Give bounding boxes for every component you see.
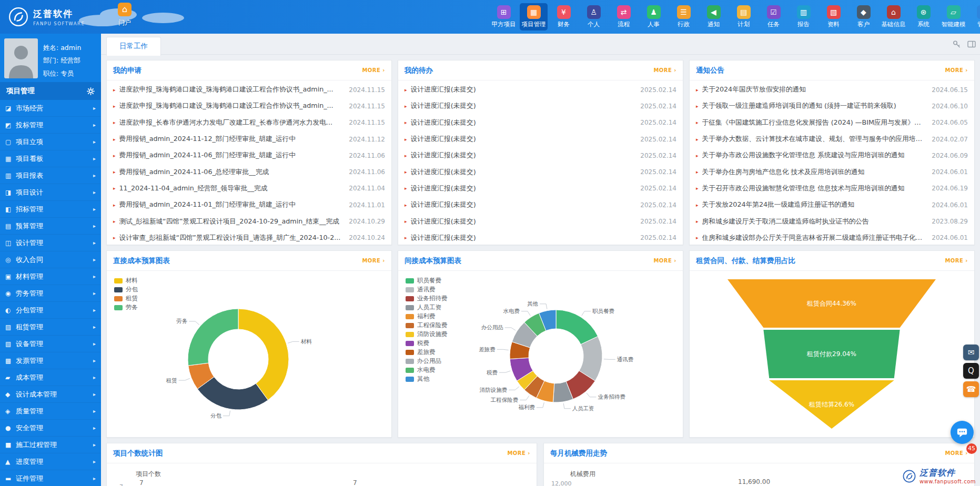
more-link[interactable]: MORE › [945,67,968,73]
sidebar-item-income-contract[interactable]: ◎收入合同▸ [0,251,101,268]
list-item[interactable]: ▸设计进度汇报(未提交)2025.02.14 [405,147,676,164]
list-item[interactable]: ▸关于举办住房与房地产信息化 技术及应用培训班的通知2024.06.01 [696,164,968,180]
sidebar-item-quality[interactable]: ◈质量管理▸ [0,403,101,420]
list-item[interactable]: ▸设计进度汇报(未提交)2025.02.14 [405,197,676,213]
sidebar-item-progress[interactable]: ▲进度管理▸ [0,453,101,470]
sidebar-item-safety[interactable]: ●安全管理▸ [0,420,101,437]
more-link[interactable]: MORE › [945,258,968,264]
topnav-plan-calendar[interactable]: ▤计划 [730,3,757,31]
sidebar-item-project-board[interactable]: ▦项目看板▸ [0,150,101,167]
sidebar-item-construction-process[interactable]: ■施工过程管理▸ [0,437,101,453]
legend-item[interactable]: 职员餐费 [406,276,448,285]
sidebar-item-lease[interactable]: ▨租赁管理▸ [0,319,101,336]
list-item[interactable]: ▸设计进度汇报(未提交)2025.02.14 [405,131,676,147]
topnav-finance[interactable]: ¥财务 [550,3,578,31]
topnav-hr[interactable]: ♟人事 [640,3,668,31]
gear-icon[interactable] [87,87,95,95]
list-item[interactable]: ▸测试_彭祖新城“四馆”景观工程设计项目_2024-10-29_admin_结束… [113,213,385,229]
list-item[interactable]: ▸关于2024年国庆节放假安排的通知2024.06.15 [696,82,968,98]
topnav-system-gear[interactable]: ⊛系统 [910,3,937,31]
list-item[interactable]: ▸设计进度汇报(未提交)2025.02.14 [405,115,676,131]
sidebar-item-material[interactable]: ▣材料管理▸ [0,268,101,285]
list-item[interactable]: ▸费用报销_admin_2024-11-06_部门经理审批_胡建_运行中2024… [113,147,385,164]
list-item[interactable]: ▸设计进度汇报(未提交)2025.02.14 [405,164,676,180]
qq-icon[interactable]: Q [963,363,979,379]
list-item[interactable]: ▸于征集《中国建筑施工行业信息化发展报告 (2024) —BIM应用与发展》材料… [696,115,968,131]
topnav-smart-modeling[interactable]: ▱智能建模 [939,3,967,31]
message-icon[interactable]: ✉ [963,345,979,360]
legend-item[interactable]: 人员工资 [406,303,448,312]
topnav-customer[interactable]: ◆客户 [850,3,877,31]
more-link[interactable]: MORE › [945,450,968,456]
list-item[interactable]: ▸设计进度汇报(未提交)2025.02.14 [405,82,676,98]
legend-item[interactable]: 其他 [406,374,448,383]
list-item[interactable]: ▸关于领取一级注册建造师培训项目的通知 (须持一建证书前来领取)2024.06.… [696,98,968,114]
topnav-notice-speaker[interactable]: ◀通知 [700,3,728,31]
key-icon[interactable] [953,40,961,48]
topnav-workflow[interactable]: ⇄流程 [610,3,638,31]
phone-icon[interactable]: ☎ [963,381,979,397]
sidebar-item-equipment[interactable]: ▧设备管理▸ [0,336,101,352]
sidebar-item-cost[interactable]: ▰成本管理▸ [0,369,101,386]
topnav-project-management[interactable]: ▦项目管理 [520,3,548,31]
sidebar-item-design-cost[interactable]: ◆设计成本管理▸ [0,386,101,403]
legend-item[interactable]: 租赁 [114,294,138,303]
list-item[interactable]: ▸设计进度汇报(未提交)2025.02.14 [405,180,676,197]
list-item[interactable]: ▸关于发放2024年第24批一级建造师注册证书的通知2024.06.01 [696,197,968,213]
topnav-base-info[interactable]: ⌂基础信息 [880,3,907,31]
topnav-personal[interactable]: ♙个人 [580,3,608,31]
topnav-document[interactable]: ▧资料 [820,3,847,31]
legend-item[interactable]: 消防设施费 [406,330,448,339]
sidebar-item-project-initiation[interactable]: ▢项目立项▸ [0,134,101,150]
list-item[interactable]: ▸房和城乡建设厅关于取消二级建造师临时执业证书的公告2023.08.29 [696,213,968,229]
list-item[interactable]: ▸费用报销_admin_2024-11-01_部门经理审批_胡建_运行中2024… [113,197,385,213]
topnav-client-project[interactable]: ⊞甲方项目 [490,3,518,31]
topnav-administration[interactable]: ☰行政 [670,3,698,31]
sidebar-item-budget[interactable]: ▤预算管理▸ [0,218,101,235]
list-item[interactable]: ▸关于举办市政公用设施数字化管理信息 系统建设与应用培训班的通知2024.06.… [696,147,968,164]
list-item[interactable]: ▸进度款申报_长春市伊通河水力发电厂改建工程_长春市伊通河水力发电...2024… [113,115,385,131]
list-item[interactable]: ▸11_2024-11-04_admin_经营部_领导审批__完成2024.11… [113,180,385,197]
more-link[interactable]: MORE › [653,67,676,73]
list-item[interactable]: ▸关于举办大数据、云计算技术在城市建设、规划、管理与服务中的应用培训班...20… [696,131,968,147]
sidebar-item-project-design[interactable]: ◨项目设计▸ [0,184,101,201]
list-item[interactable]: ▸住房和城乡建设部办公厅关于同意吉林省开展二级建造师注册证书电子化试点...20… [696,230,968,246]
sidebar-item-project-report[interactable]: ▥项目报表▸ [0,167,101,184]
topnav-task[interactable]: ☑任务 [760,3,787,31]
list-item[interactable]: ▸进度款申报_珠海鹤港口建设_珠海鹤港口建设工程合作协议书_admin_...2… [113,98,385,114]
legend-item[interactable]: 分包 [114,285,138,294]
sidebar-item-subcontract[interactable]: ◐分包管理▸ [0,302,101,319]
legend-item[interactable]: 税费 [406,339,448,348]
list-item[interactable]: ▸设计进度汇报(未提交)2025.02.14 [405,213,676,229]
sidebar-item-tender[interactable]: ◧招标管理▸ [0,201,101,218]
panel-toggle-icon[interactable] [967,40,976,48]
sidebar-item-design[interactable]: ◫设计管理▸ [0,235,101,251]
list-item[interactable]: ▸关于召开市政公用设施智慧化管理信息 信息技术与应用培训班的通知2024.06.… [696,180,968,197]
more-link[interactable]: MORE › [653,258,676,264]
list-item[interactable]: ▸费用报销_admin_2024-11-12_部门经理审批_胡建_运行中2024… [113,131,385,147]
legend-item[interactable]: 材料 [114,276,138,285]
sidebar-item-bidding[interactable]: ◩投标管理▸ [0,117,101,134]
legend-item[interactable]: 工程保险费 [406,321,448,330]
list-item[interactable]: ▸设计审查_彭祖新城“四馆”景观工程设计项目_请选择_胡广生_2024-10-2… [113,230,385,246]
legend-item[interactable]: 业务招待费 [406,294,448,303]
sidebar-item-labor[interactable]: ◉劳务管理▸ [0,285,101,302]
legend-item[interactable]: 通讯费 [406,285,448,294]
legend-item[interactable]: 水电费 [406,366,448,374]
sidebar-item-certificate[interactable]: ▬证件管理▸ [0,470,101,486]
sidebar-item-invoice[interactable]: ▩发票管理▸ [0,352,101,369]
notification-badge[interactable]: 45 [966,443,977,454]
legend-item[interactable]: 福利费 [406,312,448,321]
more-link[interactable]: MORE › [507,450,530,456]
list-item[interactable]: ▸设计进度汇报(未提交)2025.02.14 [405,98,676,114]
topnav-report[interactable]: ▥报告 [790,3,817,31]
nav-portal[interactable]: ⌂ 门户 [107,3,142,31]
chat-button[interactable] [951,421,974,444]
legend-item[interactable]: 劳务 [114,303,138,312]
legend-item[interactable]: 办公用品 [406,357,448,366]
list-item[interactable]: ▸进度款申报_珠海鹤港口建设_珠海鹤港口建设工程合作协议书_admin_...2… [113,82,385,98]
tab-daily-work[interactable]: 日常工作 [106,37,161,56]
list-item[interactable]: ▸设计进度汇报(未提交)2025.02.14 [405,230,676,246]
topnav-manage[interactable]: ≡管理 [969,3,980,31]
more-link[interactable]: MORE › [362,67,385,73]
